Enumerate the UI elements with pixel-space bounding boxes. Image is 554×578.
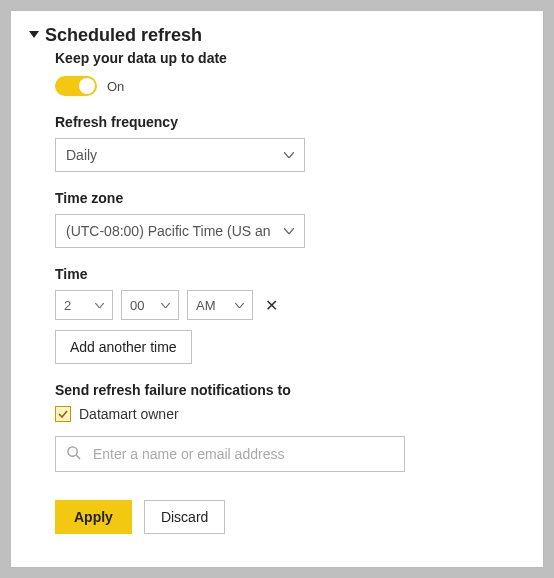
ampm-select[interactable]: AM (187, 290, 253, 320)
notify-search-field[interactable] (55, 436, 405, 472)
chevron-down-icon (284, 150, 294, 160)
ampm-value: AM (196, 298, 216, 313)
frequency-select[interactable]: Daily (55, 138, 305, 172)
remove-time-button[interactable]: ✕ (261, 296, 282, 315)
search-icon (66, 445, 81, 464)
svg-point-0 (68, 446, 77, 455)
chevron-down-icon (160, 300, 170, 310)
timezone-label: Time zone (55, 190, 525, 206)
chevron-down-icon (234, 300, 244, 310)
toggle-state-label: On (107, 79, 124, 94)
timezone-select[interactable]: (UTC-08:00) Pacific Time (US an (55, 214, 305, 248)
notify-label: Send refresh failure notifications to (55, 382, 525, 398)
apply-label: Apply (74, 509, 113, 525)
add-time-button[interactable]: Add another time (55, 330, 192, 364)
chevron-down-icon (284, 226, 294, 236)
scheduled-refresh-panel: Scheduled refresh Keep your data up to d… (10, 10, 544, 568)
frequency-label: Refresh frequency (55, 114, 525, 130)
apply-button[interactable]: Apply (55, 500, 132, 534)
chevron-down-icon (94, 300, 104, 310)
add-time-label: Add another time (70, 339, 177, 355)
discard-label: Discard (161, 509, 208, 525)
toggle-knob (79, 78, 95, 94)
minute-value: 00 (130, 298, 144, 313)
timezone-value: (UTC-08:00) Pacific Time (US an (66, 223, 271, 239)
notify-owner-label: Datamart owner (79, 406, 179, 422)
svg-line-1 (76, 455, 80, 459)
notify-search-input[interactable] (91, 445, 394, 463)
section-header[interactable]: Scheduled refresh (29, 25, 525, 46)
time-row: 2 00 AM ✕ (55, 290, 525, 320)
action-row: Apply Discard (55, 500, 525, 534)
section-title: Scheduled refresh (45, 25, 202, 46)
minute-select[interactable]: 00 (121, 290, 179, 320)
hour-select[interactable]: 2 (55, 290, 113, 320)
frequency-value: Daily (66, 147, 97, 163)
discard-button[interactable]: Discard (144, 500, 225, 534)
collapse-caret-icon (29, 31, 39, 38)
hour-value: 2 (64, 298, 71, 313)
notify-owner-checkbox[interactable] (55, 406, 71, 422)
keep-data-toggle[interactable] (55, 76, 97, 96)
time-label: Time (55, 266, 525, 282)
keep-data-label: Keep your data up to date (55, 50, 525, 66)
